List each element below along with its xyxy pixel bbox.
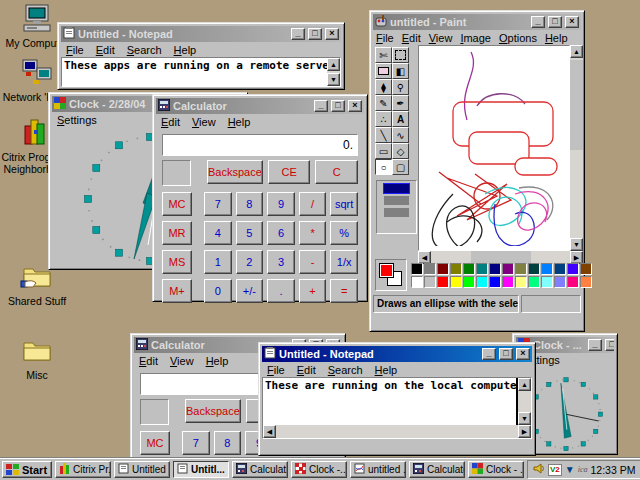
- calculator-top-titlebar[interactable]: Calculator _ □ ×: [156, 98, 364, 114]
- minimize-button[interactable]: _: [588, 339, 602, 351]
- fill-style-outline-filled[interactable]: [384, 196, 409, 205]
- menu-view[interactable]: View: [192, 116, 216, 128]
- multiply-key[interactable]: *: [299, 221, 327, 245]
- menu-search[interactable]: Search: [127, 44, 162, 56]
- scroll-up-icon[interactable]: ▲: [327, 58, 340, 71]
- menu-edit[interactable]: Edit: [139, 355, 158, 367]
- tool-pick-color[interactable]: ⧫: [375, 79, 392, 95]
- ms-key[interactable]: MS: [162, 250, 192, 274]
- taskbar-button-calculator-1[interactable]: Calculat...: [232, 461, 288, 478]
- desktop-icon-misc[interactable]: Misc: [2, 336, 72, 381]
- volume-icon[interactable]: [533, 463, 545, 476]
- maximize-button[interactable]: □: [605, 339, 614, 351]
- menu-help[interactable]: Help: [206, 355, 229, 367]
- palette-color[interactable]: [450, 263, 462, 275]
- canvas-vertical-scrollbar[interactable]: ▲ ▼: [570, 45, 583, 251]
- scroll-left-icon[interactable]: ◀: [263, 425, 276, 438]
- palette-color[interactable]: [528, 276, 540, 288]
- vertical-scrollbar[interactable]: ▲ ▼: [327, 58, 340, 86]
- v2-icon[interactable]: V2: [548, 464, 562, 476]
- c-key[interactable]: C: [315, 160, 358, 184]
- menu-file[interactable]: File: [66, 44, 84, 56]
- menu-options[interactable]: Options: [499, 32, 537, 44]
- menu-edit[interactable]: Edit: [297, 364, 316, 376]
- palette-color[interactable]: [450, 276, 462, 288]
- scroll-down-icon[interactable]: ▼: [570, 238, 583, 251]
- taskbar-button-notepad-2[interactable]: Untitl...: [173, 461, 229, 478]
- digit-key[interactable]: 8: [236, 192, 264, 216]
- palette-color[interactable]: [515, 276, 527, 288]
- menu-search[interactable]: Search: [328, 364, 363, 376]
- digit-key[interactable]: 1: [204, 250, 232, 274]
- tool-magnifier[interactable]: ⚲: [392, 79, 409, 95]
- palette-color[interactable]: [489, 263, 501, 275]
- minus-key[interactable]: -: [299, 250, 327, 274]
- current-colors[interactable]: [375, 259, 407, 291]
- notepad-remote-titlebar[interactable]: Untitled - Notepad _ □ ×: [61, 26, 341, 42]
- maximize-button[interactable]: □: [548, 16, 562, 28]
- palette-color[interactable]: [528, 263, 540, 275]
- maximize-button[interactable]: □: [499, 348, 513, 360]
- reciprocal-key[interactable]: 1/x: [330, 250, 358, 274]
- digit-key[interactable]: 8: [214, 431, 242, 455]
- mplus-key[interactable]: M+: [162, 279, 192, 303]
- taskbar-button-notepad-1[interactable]: Untitled ...: [114, 461, 170, 478]
- tool-ellipse[interactable]: ○: [375, 159, 392, 175]
- palette-color[interactable]: [541, 263, 553, 275]
- menu-view[interactable]: View: [429, 32, 453, 44]
- tool-airbrush[interactable]: ∴: [375, 111, 392, 127]
- palette-color[interactable]: [411, 276, 423, 288]
- tool-rectangle[interactable]: ▭: [375, 143, 392, 159]
- taskbar-button-clock-1[interactable]: Clock -...: [291, 461, 347, 478]
- sign-key[interactable]: +/-: [236, 279, 264, 303]
- palette-color[interactable]: [437, 263, 449, 275]
- menu-help[interactable]: Help: [228, 116, 251, 128]
- palette-color[interactable]: [554, 263, 566, 275]
- digit-key[interactable]: 6: [267, 221, 295, 245]
- triangle-icon[interactable]: ▼: [565, 465, 575, 475]
- horizontal-scrollbar[interactable]: ◀ ▶: [263, 425, 531, 438]
- palette-color[interactable]: [515, 263, 527, 275]
- tool-curve[interactable]: ∿: [392, 127, 409, 143]
- palette-color[interactable]: [580, 276, 592, 288]
- palette-color[interactable]: [567, 276, 579, 288]
- scrollbar-thumb[interactable]: [570, 60, 583, 150]
- equals-key[interactable]: =: [330, 279, 358, 303]
- maximize-button[interactable]: □: [331, 100, 345, 112]
- menu-file[interactable]: File: [376, 32, 394, 44]
- menu-view[interactable]: View: [170, 355, 194, 367]
- digit-key[interactable]: 7: [204, 192, 232, 216]
- menu-edit[interactable]: Edit: [96, 44, 115, 56]
- digit-key[interactable]: 3: [267, 250, 295, 274]
- palette-color[interactable]: [476, 263, 488, 275]
- tool-polygon[interactable]: ◇: [392, 143, 409, 159]
- fill-style-filled[interactable]: [384, 208, 409, 217]
- notepad-text[interactable]: These apps are running on a remote serve…: [62, 58, 327, 86]
- palette-color[interactable]: [502, 276, 514, 288]
- palette-color[interactable]: [411, 263, 423, 275]
- tool-pencil[interactable]: ✎: [375, 95, 392, 111]
- palette-color[interactable]: [437, 276, 449, 288]
- plus-key[interactable]: +: [299, 279, 327, 303]
- palette-color[interactable]: [580, 263, 592, 275]
- digit-key[interactable]: 2: [236, 250, 264, 274]
- menu-help[interactable]: Help: [545, 32, 568, 44]
- scroll-right-icon[interactable]: ▶: [518, 425, 531, 438]
- palette-color[interactable]: [502, 263, 514, 275]
- digit-key[interactable]: 9: [267, 192, 295, 216]
- backspace-key[interactable]: Backspace: [185, 399, 241, 423]
- tool-eraser[interactable]: [375, 63, 392, 79]
- menu-file[interactable]: File: [267, 364, 285, 376]
- digit-key[interactable]: 4: [204, 221, 232, 245]
- maximize-button[interactable]: □: [308, 28, 322, 40]
- close-button[interactable]: ×: [325, 28, 339, 40]
- vertical-scrollbar[interactable]: ▲ ▼: [518, 378, 531, 425]
- menu-help[interactable]: Help: [375, 364, 398, 376]
- palette-color[interactable]: [463, 263, 475, 275]
- palette-color[interactable]: [567, 263, 579, 275]
- tool-brush[interactable]: ✒: [392, 95, 409, 111]
- scroll-up-icon[interactable]: ▲: [570, 45, 583, 58]
- minimize-button[interactable]: _: [531, 16, 545, 28]
- menu-image[interactable]: Image: [460, 32, 491, 44]
- palette-color[interactable]: [541, 276, 553, 288]
